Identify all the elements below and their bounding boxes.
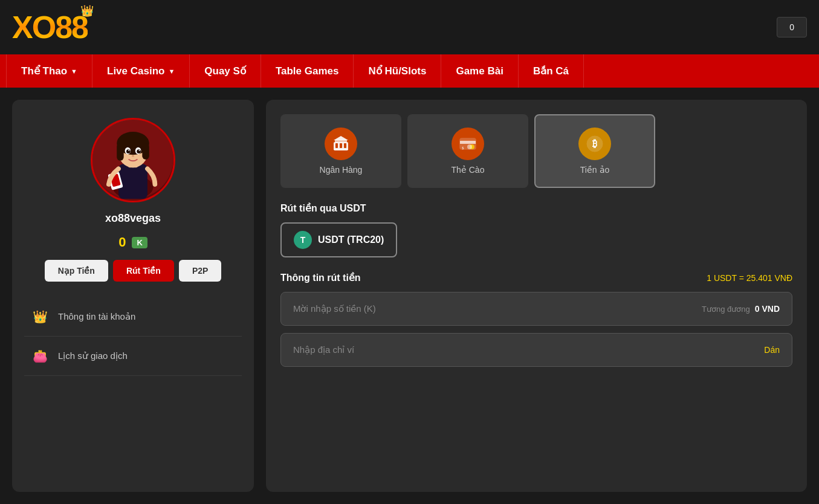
address-input-field[interactable]: Nhập địa chỉ ví Dán [280, 333, 792, 367]
header-right: 0 [777, 17, 807, 37]
nav-item-no-hu-slots[interactable]: Nổ Hũ/Slots [354, 54, 441, 88]
avatar-image [92, 120, 173, 201]
rut-tien-usdt-title: Rút tiền qua USDT [280, 202, 792, 214]
svg-point-11 [137, 149, 141, 153]
svg-rect-21 [340, 143, 342, 148]
svg-rect-23 [334, 149, 348, 150]
nav-item-the-thao[interactable]: Thể Thao ▼ [6, 54, 92, 88]
chevron-down-icon-2: ▼ [168, 68, 175, 75]
chevron-down-icon: ▼ [71, 68, 77, 75]
header: XO88 👑 0 [0, 0, 819, 54]
address-placeholder: Nhập địa chỉ ví [293, 344, 354, 355]
nav-item-ban-ca[interactable]: Bắn Cá [519, 54, 584, 88]
svg-point-12 [128, 150, 129, 151]
withdrawal-info-title: Thông tin rút tiền [280, 272, 361, 283]
balance-row: 0 K [118, 234, 147, 250]
svg-point-10 [126, 149, 131, 153]
svg-rect-22 [344, 143, 346, 148]
account-info-label: Thông tin tài khoản [58, 311, 135, 322]
nav-label-table-games: Table Games [276, 65, 339, 77]
amount-placeholder: Mời nhập số tiền (K) [293, 303, 376, 314]
withdrawal-header: Thông tin rút tiền 1 USDT = 25.401 VNĐ [280, 272, 792, 283]
svg-rect-6 [117, 143, 123, 161]
usdt-logo-icon: T [294, 231, 312, 249]
tab-ngan-hang[interactable]: Ngân Hàng [280, 114, 401, 188]
menu-item-transaction-history[interactable]: 👛 Lịch sử giao dịch [24, 337, 242, 376]
nav-item-quay-so[interactable]: Quay Số [190, 54, 261, 88]
main-nav: Thể Thao ▼ Live Casino ▼ Quay Số Table G… [0, 54, 819, 88]
nav-label-the-thao: Thể Thao [21, 65, 67, 77]
tab-the-cao-label: Thẻ Cào [452, 165, 485, 175]
nav-label-live-casino: Live Casino [107, 65, 164, 77]
tab-tien-ao-label: Tiền ảo [580, 165, 610, 175]
nap-tien-button[interactable]: Nạp Tiền [45, 260, 108, 282]
menu-item-account-info[interactable]: 👑 Thông tin tài khoản [24, 297, 242, 337]
dan-button[interactable]: Dán [764, 345, 780, 355]
rut-tien-button[interactable]: Rút Tiền [113, 260, 174, 282]
username-label: xo88vegas [105, 212, 161, 225]
nav-item-live-casino[interactable]: Live Casino ▼ [92, 54, 190, 88]
amount-input-field[interactable]: Mời nhập số tiền (K) Tương đương 0 VND [280, 292, 792, 326]
nav-item-table-games[interactable]: Table Games [261, 54, 354, 88]
balance-unit-badge: K [132, 237, 147, 248]
svg-rect-2 [118, 164, 147, 199]
exchange-rate: 1 USDT = 25.401 VNĐ [707, 273, 792, 283]
tab-ngan-hang-label: Ngân Hàng [320, 165, 363, 175]
left-panel: xo88vegas 0 K Nạp Tiền Rút Tiền P2P 👑 Th… [12, 100, 254, 492]
svg-text:$: $ [462, 146, 464, 150]
p2p-button[interactable]: P2P [179, 260, 221, 282]
svg-rect-20 [335, 143, 338, 148]
logo-crown: 👑 [80, 4, 94, 18]
action-buttons: Nạp Tiền Rút Tiền P2P [24, 260, 242, 282]
crown-icon: 👑 [30, 307, 50, 326]
svg-rect-25 [460, 141, 476, 144]
main-content: xo88vegas 0 K Nạp Tiền Rút Tiền P2P 👑 Th… [0, 88, 819, 504]
transaction-history-label: Lịch sử giao dịch [58, 351, 128, 361]
left-menu: 👑 Thông tin tài khoản 👛 Lịch sử giao dịc… [24, 297, 242, 376]
tab-tien-ao[interactable]: ₿ Tiền ảo [534, 114, 655, 188]
payment-tabs: Ngân Hàng $ Thẻ Cào [280, 114, 792, 188]
balance-value: 0 [118, 234, 126, 250]
tab-the-cao[interactable]: $ Thẻ Cào [407, 114, 528, 188]
usdt-label: USDT (TRC20) [318, 234, 384, 245]
nav-label-game-bai: Game Bài [456, 65, 503, 77]
wallet-icon: 👛 [30, 346, 50, 366]
right-panel: Ngân Hàng $ Thẻ Cào [266, 100, 807, 492]
nav-label-quay-so: Quay Số [204, 65, 246, 77]
svg-text:₿: ₿ [592, 138, 597, 149]
svg-marker-19 [334, 136, 348, 140]
equivalent-value: 0 VND [755, 304, 780, 314]
svg-point-13 [139, 150, 140, 151]
svg-point-27 [467, 144, 472, 149]
logo-text: XO88 [12, 10, 88, 45]
nav-label-ban-ca: Bắn Cá [533, 65, 569, 77]
login-button[interactable]: 0 [777, 17, 807, 37]
nav-label-no-hu-slots: Nổ Hũ/Slots [368, 65, 426, 77]
nav-item-game-bai[interactable]: Game Bài [441, 54, 518, 88]
usdt-option-button[interactable]: T USDT (TRC20) [280, 222, 397, 257]
equivalent-label: Tương đương [702, 305, 750, 314]
logo: XO88 👑 [12, 9, 88, 45]
crypto-icon: ₿ [578, 128, 611, 160]
avatar [91, 118, 175, 202]
amount-equivalent: Tương đương 0 VND [702, 304, 780, 314]
card-icon: $ [452, 128, 484, 160]
bank-icon [325, 128, 357, 160]
svg-point-14 [132, 155, 134, 157]
svg-rect-7 [142, 143, 149, 160]
